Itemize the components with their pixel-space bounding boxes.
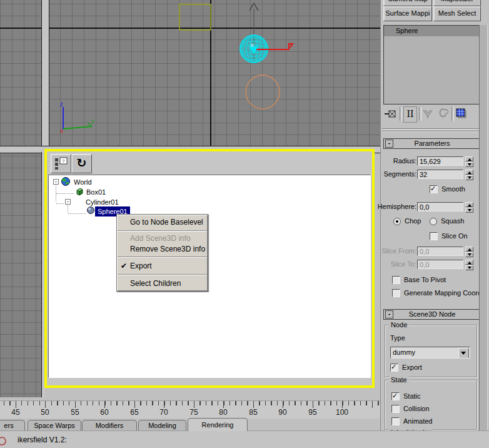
check-icon: ✓ xyxy=(391,363,396,371)
tree-connector xyxy=(68,205,68,213)
check-icon: ✓ xyxy=(430,185,436,193)
combobox-dropdown-button[interactable] xyxy=(458,348,469,359)
make-unique-icon[interactable] xyxy=(422,109,435,120)
hemisphere-field[interactable]: 0,0 xyxy=(417,202,463,211)
tab-helpers[interactable]: ers xyxy=(0,420,25,430)
tab-modifiers[interactable]: Modifiers xyxy=(82,420,137,430)
modifier-stack-item-sphere[interactable]: Sphere xyxy=(384,26,480,36)
modifier-stack-list[interactable]: Sphere xyxy=(383,25,481,104)
surface-mapping-button[interactable]: Surface Mappi xyxy=(383,6,432,21)
tree-item-box01[interactable]: Box01 xyxy=(86,188,106,196)
ruler-number: 65 xyxy=(125,408,144,417)
type-label: Type xyxy=(390,334,405,342)
timeline-ruler[interactable]: 45 50 55 60 65 70 75 80 85 90 95 100 xyxy=(0,400,380,419)
radius-field[interactable]: 15,629 xyxy=(417,156,463,166)
panel-divider xyxy=(382,131,480,132)
ruler-number: 100 xyxy=(333,408,351,417)
viewport-left-bottom[interactable] xyxy=(0,152,41,397)
show-end-result-button[interactable]: II xyxy=(403,106,417,123)
slice-from-label: Slice From: xyxy=(381,247,416,256)
node-group: Node Type dummy ✓ Export xyxy=(385,325,477,377)
refresh-button[interactable]: ↻ xyxy=(71,154,92,173)
application-window: z x y ? ↻ xyxy=(0,0,489,448)
camera-map-button[interactable]: Camera Map xyxy=(383,0,432,6)
generate-mapping-checkbox[interactable] xyxy=(392,289,400,297)
rollout-title: Scene3D Node xyxy=(409,310,456,318)
scene3d-node-rollout-header[interactable]: - Scene3D Node xyxy=(383,309,481,320)
tab-modeling[interactable]: Modeling xyxy=(138,420,186,430)
panel-scrollbar[interactable] xyxy=(479,25,488,448)
remove-modifier-icon[interactable] xyxy=(437,108,448,120)
hierarchy-mode-button[interactable]: ? xyxy=(51,154,71,173)
menu-separator xyxy=(118,274,207,275)
map-scaler-button[interactable]: MapScaler xyxy=(433,0,481,6)
hierarchy-icon: ? xyxy=(54,156,69,170)
chop-radio[interactable] xyxy=(393,218,401,225)
slice-to-field: 0,0 xyxy=(417,260,463,269)
ruler-major-ticks xyxy=(0,401,380,408)
menu-item-export[interactable]: ✔ Export xyxy=(117,260,208,272)
menu-separator xyxy=(118,230,207,232)
context-menu: Go to Node Baselevel Add Scene3D info Re… xyxy=(116,214,208,292)
cylinder01-expander[interactable]: - xyxy=(65,199,71,205)
axis-z-label: z xyxy=(60,101,63,108)
tab-space-warps[interactable]: Space Warps xyxy=(28,420,81,430)
ruler-number: 75 xyxy=(184,408,203,417)
base-to-pivot-checkbox[interactable] xyxy=(392,276,400,284)
smooth-label: Smooth xyxy=(441,185,465,193)
box-icon xyxy=(75,188,84,198)
node-group-legend: Node xyxy=(389,321,409,329)
scene-tree-window-body: ? ↻ - World xyxy=(47,151,372,385)
hemisphere-spinner[interactable] xyxy=(465,202,473,213)
mesh-select-button[interactable]: Mesh Select xyxy=(433,6,481,21)
svg-text:?: ? xyxy=(62,158,65,164)
ruler-number: 85 xyxy=(244,408,263,417)
tree-connector xyxy=(56,203,64,204)
status-bar: ikersfield V1.2: xyxy=(0,430,489,448)
segments-spinner[interactable] xyxy=(465,170,473,180)
tab-rendering[interactable]: Rendering xyxy=(188,418,248,431)
slice-from-field: 0,0 xyxy=(417,247,463,256)
ruler-number: 70 xyxy=(154,408,173,417)
olive-rectangle-object[interactable] xyxy=(179,4,211,30)
squash-radio[interactable] xyxy=(430,218,437,225)
slice-from-spinner xyxy=(465,247,473,257)
scene-tree-view[interactable]: - World Box01 - Cylinder01 xyxy=(48,175,371,378)
tree-item-cylinder01[interactable]: Cylinder01 xyxy=(86,198,119,206)
static-checkbox[interactable]: ✓ xyxy=(391,392,400,400)
animated-checkbox[interactable] xyxy=(391,417,400,425)
viewport-scene-overlay: z x y xyxy=(0,0,380,146)
pin-stack-icon[interactable] xyxy=(385,109,397,120)
panel-divider xyxy=(382,128,480,130)
radius-spinner[interactable] xyxy=(465,156,473,167)
configure-modifier-sets-icon[interactable] xyxy=(456,108,467,120)
node-export-checkbox[interactable]: ✓ xyxy=(390,364,398,372)
collision-checkbox[interactable] xyxy=(391,405,400,413)
axis-x-label: x xyxy=(60,128,63,135)
ruler-number: 80 xyxy=(214,408,233,417)
ruler-number: 90 xyxy=(273,408,292,417)
state-group: State ✓ Static Collision Animated xyxy=(385,380,477,430)
generate-mapping-label: Generate Mapping Coords. xyxy=(404,289,487,297)
parameters-rollout-header[interactable]: - Parameters xyxy=(383,138,481,149)
world-axis-tripod: z x y xyxy=(60,101,94,135)
menu-item-remove-scene3d-info[interactable]: Remove Scene3D info xyxy=(117,244,208,255)
collapse-icon[interactable]: - xyxy=(385,140,393,148)
static-label: Static xyxy=(403,392,421,400)
smooth-checkbox[interactable]: ✓ xyxy=(430,185,438,193)
orange-circle-object[interactable] xyxy=(246,75,280,109)
segments-field[interactable]: 32 xyxy=(417,170,463,179)
toolbar-separator xyxy=(419,107,421,121)
collision-label: Collision xyxy=(403,405,430,412)
menu-check-icon: ✔ xyxy=(121,260,127,272)
ruler-number: 95 xyxy=(303,408,322,417)
tree-item-world[interactable]: World xyxy=(74,178,92,186)
world-expander[interactable]: - xyxy=(53,179,59,185)
slice-on-checkbox[interactable] xyxy=(430,232,438,240)
slice-to-spinner xyxy=(465,260,473,270)
collapse-icon[interactable]: - xyxy=(385,310,393,318)
menu-item-go-to-node-baselevel[interactable]: Go to Node Baselevel xyxy=(117,216,208,228)
type-combobox[interactable]: dummy xyxy=(390,347,470,359)
menu-item-select-children[interactable]: Select Children xyxy=(117,277,208,290)
tree-connector xyxy=(56,193,74,194)
